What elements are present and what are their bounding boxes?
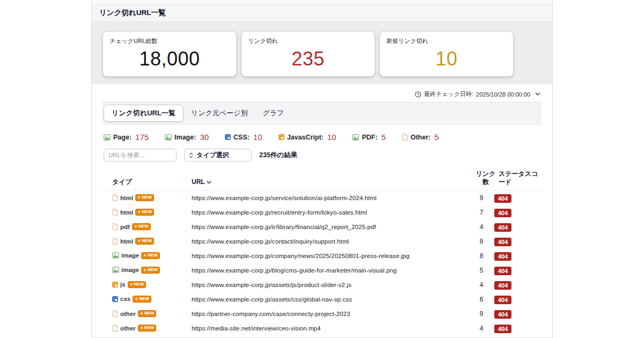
sparkle-icon (135, 297, 138, 300)
type-label: js (120, 281, 126, 288)
filter-label: Other: (411, 134, 431, 141)
filter-label: Page: (113, 134, 131, 141)
new-badge: NEW (128, 281, 147, 288)
type-filter-row: Page: 175 Image: 30 CSS: 10 JavasCript: … (103, 124, 541, 148)
tab-source-page[interactable]: リンク元ページ別 (184, 105, 255, 121)
pagination: < 1 2 3 4 5 6 7 8 9 10 > (103, 335, 541, 338)
type-label: html (120, 209, 133, 216)
url-search-input[interactable] (104, 149, 177, 161)
type-select-dropdown[interactable]: タイプ選択 (184, 149, 252, 161)
filter-other[interactable]: Other: 5 (402, 133, 439, 142)
status-code-badge: 404 (494, 296, 511, 304)
header-link-count[interactable]: リンク数 (473, 170, 499, 186)
status-code-badge: 404 (494, 194, 511, 203)
header-type[interactable]: タイプ (112, 178, 192, 186)
sparkle-icon (137, 196, 141, 199)
tab-broken-url-list[interactable]: リンク切れURL一覧 (104, 105, 184, 122)
stat-card-new-broken-links: 新規リンク切れ 10 (379, 31, 514, 77)
table-row[interactable]: jsNEW https://www.example-corp.jp/assets… (103, 277, 541, 292)
link-count: 7 (469, 209, 494, 216)
type-label: pdf (120, 224, 130, 230)
link-count: 9 (469, 194, 494, 202)
table-row[interactable]: htmlNEW https://www.example-corp.jp/cont… (103, 234, 541, 248)
filter-label: CSS: (233, 134, 250, 141)
stat-value: 18,000 (109, 48, 230, 70)
header-status-code[interactable]: ステータスコード (499, 170, 541, 186)
sparkle-icon (140, 312, 143, 315)
status-code-badge: 404 (494, 325, 511, 333)
stat-card-broken-links: リンク切れ 235 (241, 31, 375, 77)
table-row[interactable]: otherNEW https://media-site.net/intervie… (103, 321, 541, 335)
clock-icon (415, 91, 421, 98)
filter-count: 30 (200, 133, 209, 142)
stat-card-total-urls: チェックURL総数 18,000 (103, 31, 237, 77)
new-badge: NEW (135, 209, 154, 216)
filter-pdf[interactable]: PDF: 5 (352, 133, 386, 142)
filter-page[interactable]: Page: 175 (104, 133, 149, 142)
filter-javascript[interactable]: JavasCript: 10 (279, 133, 336, 142)
filter-count: 10 (253, 133, 262, 142)
css-icon (225, 134, 231, 140)
broken-url[interactable]: https://www.example-corp.jp/ir/library/f… (192, 224, 469, 230)
broken-url[interactable]: https://www.example-corp.jp/recruit/entr… (192, 209, 469, 216)
broken-url[interactable]: https://www.example-corp.jp/assets/js/pr… (192, 282, 469, 288)
chevron-down-icon[interactable] (535, 92, 540, 96)
header-url-label: URL (192, 178, 205, 186)
header-url[interactable]: URL (192, 178, 473, 186)
sparkle-icon (130, 283, 133, 286)
type-label: other (120, 325, 136, 332)
new-badge: NEW (135, 194, 154, 201)
filter-image[interactable]: Image: 30 (165, 133, 209, 142)
image-icon (112, 267, 119, 273)
document-icon (112, 194, 118, 201)
document-icon (402, 134, 408, 141)
image-icon (104, 134, 111, 141)
broken-url[interactable]: https://www.example-corp.jp/company/news… (192, 253, 469, 259)
tab-graph[interactable]: グラフ (255, 105, 291, 121)
image-icon (112, 252, 119, 259)
link-count: 6 (469, 296, 494, 303)
filter-label: PDF: (362, 134, 377, 141)
table-row[interactable]: htmlNEW https://www.example-corp.jp/serv… (103, 190, 541, 205)
stat-label: チェックURL総数 (109, 37, 230, 45)
type-label: image (121, 252, 139, 259)
stat-value: 10 (386, 48, 507, 70)
document-icon (112, 223, 118, 230)
sparkle-icon (143, 254, 147, 257)
status-code-badge: 404 (494, 223, 511, 232)
link-count: 4 (469, 281, 494, 289)
page-title: リンク切れURL一覧 (92, 5, 552, 22)
new-badge: NEW (138, 325, 157, 332)
stat-label: リンク切れ (248, 37, 368, 45)
filter-count: 175 (135, 133, 149, 142)
broken-url[interactable]: https://www.example-corp.jp/assets/css/g… (192, 296, 469, 303)
new-badge: NEW (141, 252, 160, 259)
broken-url[interactable]: https://media-site.net/interview/ceo-vis… (192, 325, 469, 332)
table-row[interactable]: otherNEW https://partner-company.com/cas… (103, 306, 541, 321)
table-row[interactable]: cssNEW https://www.example-corp.jp/asset… (103, 292, 541, 306)
image-icon (165, 134, 172, 141)
image-icon (352, 134, 359, 141)
table-row[interactable]: imageNEW https://www.example-corp.jp/com… (103, 248, 541, 263)
last-check-row: 最終チェック日時: 2025/10/28 00:00:00 (103, 84, 541, 102)
document-icon (112, 325, 118, 332)
stat-label: 新規リンク切れ (386, 37, 507, 45)
table-row[interactable]: imageNEW https://www.example-corp.jp/blo… (103, 263, 541, 277)
sparkle-icon (134, 225, 137, 228)
broken-url[interactable]: https://www.example-corp.jp/blog/cms-gui… (192, 267, 469, 274)
broken-url[interactable]: https://www.example-corp.jp/service/solu… (192, 195, 469, 201)
filter-label: JavasCript: (287, 134, 324, 141)
broken-url[interactable]: https://partner-company.com/case/connect… (192, 311, 469, 317)
table-row[interactable]: pdfNEW https://www.example-corp.jp/ir/li… (103, 219, 541, 234)
sparkle-icon (137, 210, 141, 214)
status-code-badge: 404 (494, 252, 511, 261)
broken-url[interactable]: https://www.example-corp.jp/contact/inqu… (192, 238, 469, 245)
document-icon (112, 238, 118, 245)
js-icon (279, 134, 284, 140)
filter-label: Image: (174, 134, 196, 141)
last-check-label: 最終チェック日時: (424, 90, 473, 98)
stats-cards: チェックURL総数 18,000 リンク切れ 235 新規リンク切れ 10 (92, 22, 552, 84)
document-icon (112, 209, 118, 216)
table-row[interactable]: htmlNEW https://www.example-corp.jp/recr… (103, 205, 541, 219)
filter-css[interactable]: CSS: 10 (225, 133, 262, 142)
